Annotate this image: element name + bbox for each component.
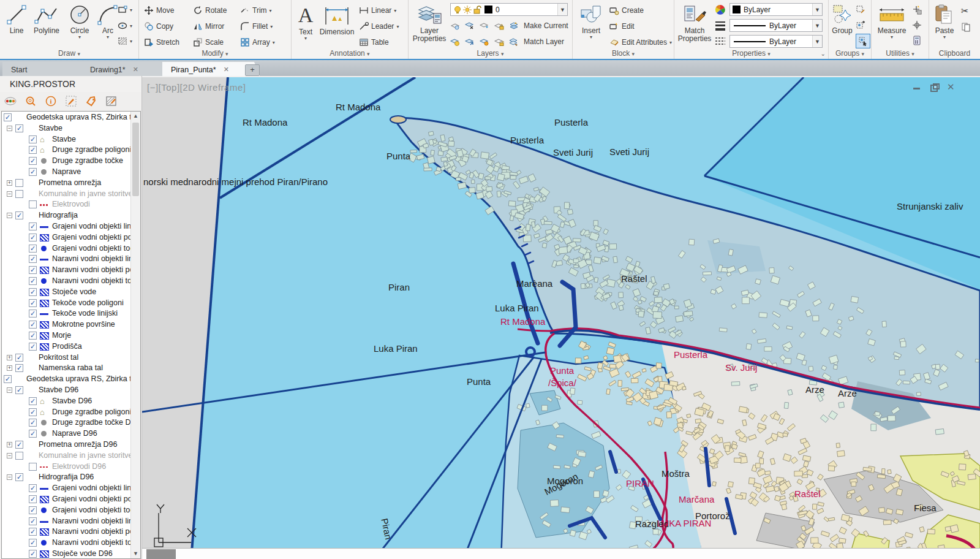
layer-checkbox[interactable]: ✓: [29, 277, 37, 285]
edit-attributes-button[interactable]: Edit Attributes▾: [609, 36, 672, 49]
tree-item[interactable]: ✓Naprave: [2, 167, 132, 178]
search-icon[interactable]: [23, 94, 38, 108]
layer-checkbox[interactable]: ✓: [29, 255, 37, 263]
make-current-label[interactable]: Make Current: [524, 21, 568, 30]
tree-item[interactable]: +✓Prometna omrežja D96: [2, 439, 132, 451]
ungroup-button[interactable]: [856, 3, 865, 17]
layer-match-row[interactable]: Match Layer: [450, 35, 564, 48]
fillet-button[interactable]: Fillet▾: [240, 20, 273, 33]
viewport-controls-label[interactable]: [−][Top][2D Wireframe]: [147, 82, 246, 93]
expand-icon[interactable]: +: [7, 365, 12, 371]
tree-item[interactable]: ✓Grajeni vodni objekti linijsk: [2, 483, 132, 494]
tree-item[interactable]: +Prometna omrežja: [2, 178, 132, 189]
tree-item[interactable]: ✓Naravni vodni objekti točk: [2, 538, 132, 549]
layer-checkbox[interactable]: ✓: [29, 484, 37, 492]
match-properties-button[interactable]: Match Properties: [677, 2, 712, 43]
id-point-button[interactable]: [912, 18, 922, 32]
lineweight-combo[interactable]: ByLayer ▼: [729, 19, 823, 32]
tree-item[interactable]: ✓⌂Stavbe: [2, 134, 132, 145]
collapse-icon[interactable]: −: [7, 387, 12, 393]
tree-item[interactable]: +✓Namenska raba tal: [2, 363, 132, 374]
scroll-down-icon[interactable]: ▼: [131, 549, 140, 558]
tree-item[interactable]: Elektrovodi D96: [2, 462, 132, 473]
layer-checkbox[interactable]: ✓: [29, 539, 37, 547]
group-button[interactable]: Group: [830, 2, 854, 35]
tag-icon[interactable]: [84, 94, 99, 108]
new-tab-button[interactable]: +: [245, 64, 260, 76]
tree-item[interactable]: ✓⌂Stavbe D96: [2, 396, 132, 407]
tree-item[interactable]: ✓Tekoče vode linijski: [2, 308, 132, 319]
layer-checkbox[interactable]: ✓: [15, 354, 23, 362]
polyline-button[interactable]: Polyline: [31, 2, 62, 35]
utilities-panel-label[interactable]: Utilities ▾: [872, 49, 929, 58]
layer-checkbox[interactable]: ✓: [29, 245, 37, 253]
layer-checkbox[interactable]: ✓: [15, 364, 23, 372]
mirror-button[interactable]: Mirror: [193, 20, 224, 33]
quick-select-button[interactable]: [912, 3, 922, 17]
horizontal-scrollbar[interactable]: [142, 548, 980, 559]
tree-item[interactable]: ✓Druge zgradbe točke: [2, 156, 132, 167]
tree-item[interactable]: ✓Grajeni vodni objekti točke: [2, 243, 132, 254]
layer-checkbox[interactable]: ✓: [29, 506, 37, 514]
layers-panel-label[interactable]: Layers ▾: [409, 49, 572, 58]
layer-checkbox[interactable]: ✓: [15, 473, 23, 481]
tree-item[interactable]: ✓Geodetska uprava RS, Zbirka topo: [2, 374, 132, 385]
collapse-icon[interactable]: −: [7, 453, 12, 458]
properties-panel-label[interactable]: Properties ▾: [674, 49, 828, 58]
layer-checkbox[interactable]: ✓: [29, 157, 37, 165]
group-selection-toggle[interactable]: [856, 34, 870, 48]
block-panel-label[interactable]: Block ▾: [573, 49, 674, 58]
stretch-button[interactable]: Stretch: [144, 36, 179, 49]
tree-item[interactable]: ✓Druge zgradbe točke D96: [2, 417, 132, 428]
layer-checkbox[interactable]: ✓: [29, 146, 37, 154]
tree-item[interactable]: ✓Geodetska uprava RS, Zbirka topo: [2, 112, 132, 123]
info-icon[interactable]: i: [43, 94, 58, 108]
tree-item[interactable]: ✓Stoječe vode: [2, 287, 132, 298]
tab-drawing1-close-icon[interactable]: ✕: [133, 66, 138, 74]
scroll-up-icon[interactable]: ▲: [131, 112, 140, 121]
layer-checkbox[interactable]: ✓: [29, 135, 37, 143]
layer-checkbox[interactable]: ✓: [15, 211, 23, 219]
layer-checkbox[interactable]: [15, 179, 23, 187]
tree-item[interactable]: ✓Grajeni vodni objekti točke: [2, 505, 132, 516]
layer-isolate-row[interactable]: Make Current: [450, 19, 568, 32]
scroll-thumb[interactable]: [132, 123, 139, 196]
layer-checkbox[interactable]: ✓: [29, 234, 37, 241]
horizontal-scroll-thumb[interactable]: [146, 549, 176, 559]
tree-item[interactable]: ✓Grajeni vodni objekti linijsk: [2, 221, 132, 232]
layer-checkbox[interactable]: ✓: [29, 343, 37, 351]
tree-item[interactable]: ✓Naravni vodni objekti linijs: [2, 254, 132, 265]
tree-item[interactable]: ✓Naprave D96: [2, 428, 132, 439]
modify-panel-label[interactable]: Modify ▾: [139, 49, 291, 58]
trim-button[interactable]: Trim▾: [240, 4, 272, 17]
tree-item[interactable]: −Komunalne in javne storitve D: [2, 451, 132, 462]
collapse-icon[interactable]: −: [7, 191, 12, 197]
calculator-button[interactable]: [912, 34, 922, 47]
layer-checkbox[interactable]: ✓: [29, 550, 37, 558]
layer-checkbox[interactable]: ✓: [15, 386, 23, 394]
ellipse-tool-button[interactable]: ▾: [118, 19, 132, 32]
tree-item[interactable]: ✓Naravni vodni objekti polig: [2, 265, 132, 276]
paste-button[interactable]: Paste ▾: [932, 2, 957, 39]
layer-checkbox[interactable]: ✓: [29, 408, 37, 416]
insert-button[interactable]: Insert ▾: [578, 2, 605, 39]
layer-checkbox[interactable]: ✓: [29, 288, 37, 296]
tree-item[interactable]: +✓Pokritost tal: [2, 352, 132, 363]
layer-checkbox[interactable]: ✓: [29, 419, 37, 427]
layer-select-combo[interactable]: 0 ▼: [450, 3, 568, 16]
block-create-button[interactable]: Create: [609, 4, 644, 17]
layer-checkbox[interactable]: ✓: [29, 321, 37, 329]
tree-item[interactable]: ✓⌂Druge zgradbe poligoni D9: [2, 407, 132, 418]
close-icon[interactable]: ✕: [947, 83, 956, 91]
status-dots-icon[interactable]: [3, 94, 18, 108]
copy-button[interactable]: Copy: [144, 20, 173, 33]
copy-clip-button[interactable]: [961, 20, 971, 34]
collapse-icon[interactable]: −: [7, 213, 12, 218]
match-layer-label[interactable]: Match Layer: [524, 37, 564, 46]
layer-checkbox[interactable]: [29, 463, 37, 471]
tree-item[interactable]: ✓Tekoče vode poligoni: [2, 298, 132, 309]
layer-checkbox[interactable]: [15, 190, 23, 198]
circle-button[interactable]: Circle ▾: [64, 2, 96, 39]
layer-checkbox[interactable]: ✓: [15, 124, 23, 132]
move-button[interactable]: Move: [144, 4, 174, 17]
